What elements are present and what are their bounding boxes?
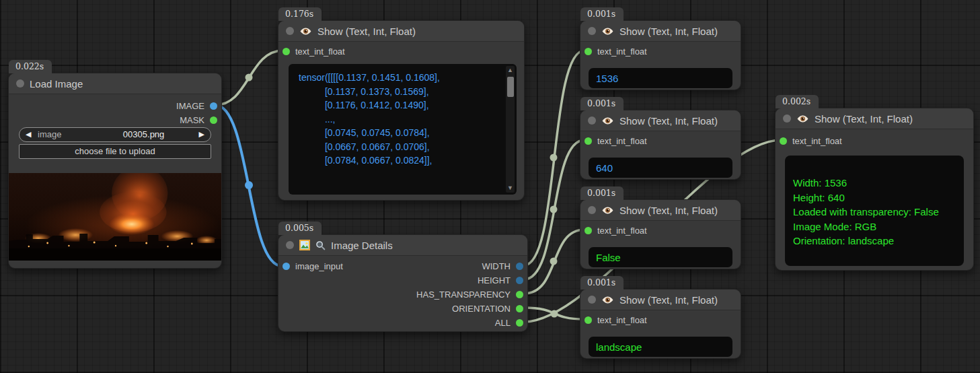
exec-time-badge: 0.022s (9, 60, 52, 73)
exec-time-badge: 0.176s (278, 7, 322, 21)
input-slot-label: image_input (295, 261, 343, 271)
graph-canvas[interactable]: 0.022s Load Image IMAGE MASK ◀ image 003… (0, 0, 980, 373)
input-slot-label: text_int_float (597, 46, 647, 57)
output-slot-mask[interactable]: MASK (180, 113, 217, 127)
node-title-bar[interactable]: Show (Text, Int, Float) (580, 290, 741, 310)
output-slot-width[interactable]: WIDTH (482, 259, 523, 273)
output-slot-label: MASK (180, 115, 204, 125)
input-slot-image-input[interactable]: image_input (282, 259, 343, 273)
input-slot-dot[interactable] (585, 316, 592, 324)
eye-icon (601, 296, 614, 304)
image-output-dot[interactable] (210, 102, 217, 110)
collapse-dot[interactable] (783, 114, 791, 123)
eye-icon (601, 206, 614, 215)
node-image-details[interactable]: 0.005s Image Details image_input WIDTH H… (278, 234, 528, 332)
output-slot-orientation[interactable]: ORIENTATION (452, 302, 523, 315)
wire-midpoint-dot (550, 206, 558, 213)
node-show-all[interactable]: 0.002s Show (Text, Int, Float) text_int_… (775, 108, 974, 271)
collapse-dot[interactable] (588, 27, 596, 35)
combo-prev-arrow-icon[interactable]: ◀ (26, 128, 31, 141)
node-title-bar[interactable]: Load Image (9, 73, 221, 94)
value-display[interactable]: landscape (589, 337, 732, 357)
scrollbar-thumb[interactable] (507, 77, 514, 97)
fire-cityscape-image (9, 173, 221, 261)
input-slot-label: text_int_float (597, 226, 647, 236)
node-title: Show (Text, Int, Float) (815, 113, 913, 125)
magnifier-icon (315, 240, 326, 250)
output-slot-image[interactable]: IMAGE (176, 99, 217, 112)
value-display[interactable]: 640 (589, 158, 732, 178)
scroll-up-icon[interactable]: ▲ (506, 66, 515, 75)
eye-icon (796, 114, 809, 123)
node-load-image[interactable]: 0.022s Load Image IMAGE MASK ◀ image 003… (8, 73, 222, 269)
input-slot-label: text_int_float (295, 46, 345, 57)
scrollbar[interactable]: ▲ ▼ (506, 66, 515, 193)
node-title: Show (Text, Int, Float) (619, 294, 718, 306)
output-slot-all[interactable]: ALL (495, 316, 523, 329)
node-title-bar[interactable]: Show (Text, Int, Float) (580, 21, 741, 42)
collapse-dot[interactable] (588, 296, 596, 304)
node-show-transparency[interactable]: 0.001s Show (Text, Int, Float) text_int_… (580, 199, 741, 269)
node-show-orientation[interactable]: 0.001s Show (Text, Int, Float) text_int_… (580, 289, 741, 359)
eye-icon (601, 116, 614, 125)
collapse-dot[interactable] (588, 116, 596, 125)
input-slot-dot[interactable] (585, 48, 592, 55)
node-title-bar[interactable]: Show (Text, Int, Float) (580, 200, 741, 221)
node-title-bar[interactable]: Image Details (278, 235, 527, 256)
node-title-bar[interactable]: Show (Text, Int, Float) (776, 108, 973, 129)
collapse-dot[interactable] (588, 206, 596, 214)
all-output-dot[interactable] (516, 319, 523, 327)
eye-icon (299, 27, 312, 36)
scroll-down-icon[interactable]: ▼ (506, 184, 515, 193)
input-slot-dot[interactable] (282, 263, 290, 270)
eye-icon (601, 27, 614, 36)
input-slot-label: text_int_float (792, 136, 842, 146)
node-title: Show (Text, Int, Float) (317, 26, 416, 37)
node-title: Image Details (331, 240, 393, 251)
node-show-tensor[interactable]: 0.176s Show (Text, Int, Float) text_int_… (278, 20, 525, 201)
node-title-bar[interactable]: Show (Text, Int, Float) (278, 21, 524, 42)
input-slot-text-int-float[interactable]: text_int_float (780, 134, 842, 147)
input-slot-text-int-float[interactable]: text_int_float (585, 313, 647, 327)
input-slot-label: text_int_float (597, 136, 647, 146)
mask-output-dot[interactable] (210, 116, 217, 124)
orientation-output-dot[interactable] (516, 305, 523, 312)
height-output-dot[interactable] (516, 277, 523, 284)
collapse-dot[interactable] (16, 79, 24, 88)
value-display[interactable]: 1536 (589, 68, 732, 88)
output-slot-label: HEIGHT (478, 275, 511, 285)
input-slot-dot[interactable] (585, 227, 592, 234)
input-slot-label: text_int_float (597, 315, 647, 325)
node-title: Show (Text, Int, Float) (619, 115, 718, 127)
node-show-height[interactable]: 0.001s Show (Text, Int, Float) text_int_… (580, 110, 741, 180)
input-slot-text-int-float[interactable]: text_int_float (282, 44, 345, 58)
input-slot-text-int-float[interactable]: text_int_float (585, 224, 647, 237)
width-output-dot[interactable] (516, 263, 523, 270)
combo-label: image (38, 128, 61, 141)
wire-midpoint-dot (550, 154, 558, 162)
wire-midpoint-dot (550, 258, 558, 265)
output-slot-label: HAS_TRANSPARENCY (416, 290, 511, 300)
tensor-output-textarea[interactable]: tensor([[[[0.1137, 0.1451, 0.1608], [0.1… (289, 64, 517, 195)
collapse-dot[interactable] (286, 241, 294, 249)
input-slot-dot[interactable] (780, 137, 787, 145)
collapse-dot[interactable] (286, 27, 294, 35)
combo-next-arrow-icon[interactable]: ▶ (199, 128, 204, 141)
picture-icon (299, 240, 310, 250)
value-display[interactable]: Width: 1536 Height: 640 Loaded with tran… (785, 156, 964, 266)
input-slot-text-int-float[interactable]: text_int_float (585, 44, 647, 58)
image-filename-combo[interactable]: ◀ image 00305.png ▶ (19, 127, 211, 142)
exec-time-badge: 0.005s (278, 222, 322, 235)
choose-file-button[interactable]: choose file to upload (19, 144, 211, 159)
output-slot-has-transparency[interactable]: HAS_TRANSPARENCY (416, 287, 523, 301)
output-slot-label: ALL (495, 318, 511, 328)
input-slot-text-int-float[interactable]: text_int_float (585, 134, 647, 147)
has-transparency-output-dot[interactable] (516, 291, 523, 298)
value-display[interactable]: False (589, 247, 732, 267)
node-title-bar[interactable]: Show (Text, Int, Float) (580, 110, 741, 131)
wire-midpoint-dot (246, 74, 253, 81)
input-slot-dot[interactable] (282, 48, 290, 55)
node-show-width[interactable]: 0.001s Show (Text, Int, Float) text_int_… (580, 20, 741, 90)
output-slot-height[interactable]: HEIGHT (478, 273, 523, 287)
input-slot-dot[interactable] (585, 137, 592, 145)
